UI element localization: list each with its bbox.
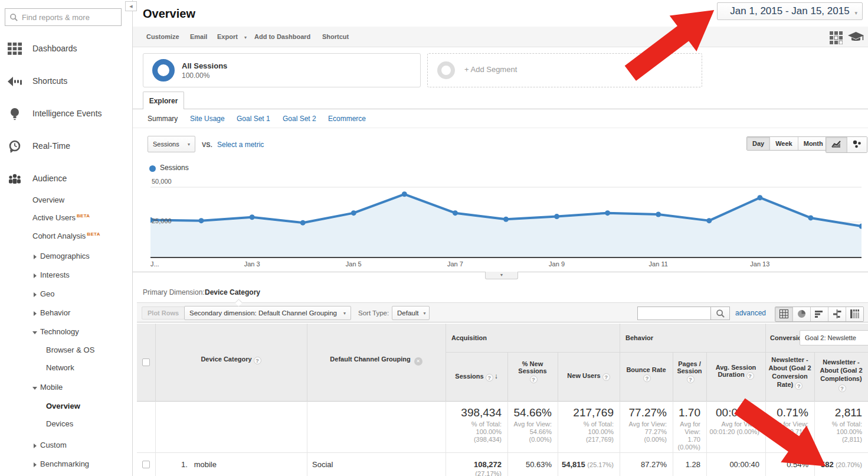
sort-type-label: Sort Type: xyxy=(358,309,389,317)
sessions-chart[interactable]: 50,000 25,000 xyxy=(150,177,862,258)
cell-sessions: 108,272 (27.17%) xyxy=(446,453,507,476)
help-icon[interactable]: ? xyxy=(602,373,610,381)
pivot-view-button[interactable] xyxy=(846,307,863,321)
column-header-goal-completions[interactable]: Newsletter - About (Goal 2 Completions)? xyxy=(817,358,866,392)
sidebar-item-mobile[interactable]: Mobile xyxy=(0,382,133,395)
sidebar-item-behavior[interactable]: Behavior xyxy=(0,307,133,320)
help-icon[interactable]: ? xyxy=(795,382,803,390)
sidebar-item-benchmarking[interactable]: Benchmarking xyxy=(0,458,133,471)
granularity-month[interactable]: Month xyxy=(798,137,828,150)
column-header-sessions[interactable]: Sessions?↓ xyxy=(446,372,507,382)
data-view-button[interactable] xyxy=(775,307,792,321)
sidebar-item-real-time[interactable]: Real-Time xyxy=(0,140,133,154)
segment-donut-icon xyxy=(152,59,175,81)
column-header-new-users[interactable]: New Users? xyxy=(558,372,620,381)
comparison-view-button[interactable] xyxy=(828,307,846,321)
granularity-week[interactable]: Week xyxy=(769,137,798,150)
sidebar-collapse-button[interactable]: ◀ xyxy=(125,1,137,11)
row-checkbox[interactable] xyxy=(142,461,150,468)
table-row[interactable]: 1. mobile Social 108,272 (27.17%) 50.63%… xyxy=(137,452,868,476)
performance-view-button[interactable] xyxy=(810,307,828,321)
help-icon[interactable]: ? xyxy=(687,376,695,383)
export-button[interactable]: Export ▾ xyxy=(217,33,247,40)
sidebar-item-mobile-overview[interactable]: Overview xyxy=(0,400,133,413)
customize-button[interactable]: Customize xyxy=(146,33,179,40)
caret-right-icon xyxy=(34,462,37,467)
chart-collapse-tab[interactable]: ▼ xyxy=(485,272,518,279)
sidebar-item-audience-overview[interactable]: Overview xyxy=(0,194,133,207)
apps-grid-icon[interactable] xyxy=(830,31,843,44)
subtab-summary[interactable]: Summary xyxy=(148,115,178,123)
secondary-dimension-dropdown[interactable]: Secondary dimension: Default Channel Gro… xyxy=(184,306,351,320)
granularity-day[interactable]: Day xyxy=(747,137,769,150)
help-icon[interactable]: ? xyxy=(838,384,846,392)
report-search[interactable] xyxy=(5,8,122,26)
column-header-bounce-rate[interactable]: Bounce Rate? xyxy=(620,366,673,382)
sidebar-item-network[interactable]: Network xyxy=(0,362,133,375)
column-header-pages-session[interactable]: Pages / Session? xyxy=(674,360,705,383)
sort-type-dropdown[interactable]: Default ▾ xyxy=(392,306,430,320)
column-header-channel-grouping[interactable]: Default Channel Grouping✕ xyxy=(307,356,446,366)
column-header-goal-conversion-rate[interactable]: Newsletter - About (Goal 2 Conversion Ra… xyxy=(768,356,812,390)
caret-right-icon xyxy=(34,444,37,448)
tab-explorer[interactable]: Explorer xyxy=(143,92,184,109)
column-header-avg-session-duration[interactable]: Avg. Session Duration? xyxy=(708,364,764,380)
secondary-dimension-value: Secondary dimension: Default Channel Gro… xyxy=(189,309,337,317)
metric-dropdown[interactable]: Sessions ▾ xyxy=(148,136,195,152)
add-segment-button[interactable]: + Add Segment xyxy=(427,53,702,87)
table-grid-icon xyxy=(779,309,788,318)
sub-item-label: Network xyxy=(46,363,74,372)
sidebar-item-mobile-devices[interactable]: Devices xyxy=(0,418,133,431)
email-button[interactable]: Email xyxy=(190,33,207,40)
sidebar-item-custom[interactable]: Custom xyxy=(0,439,133,452)
add-to-dashboard-button[interactable]: Add to Dashboard xyxy=(254,33,310,40)
sidebar-item-geo[interactable]: Geo xyxy=(0,288,133,301)
sub-item-label: Demographics xyxy=(40,252,90,260)
sidebar-item-intelligence-events[interactable]: Intelligence Events xyxy=(0,107,133,122)
subtab-goal-set-2[interactable]: Goal Set 2 xyxy=(283,115,316,123)
help-icon[interactable]: ? xyxy=(254,357,261,364)
primary-dimension-device-category[interactable]: Device Category xyxy=(205,288,260,296)
goal-selector-dropdown[interactable]: Goal 2: Newslette xyxy=(800,330,868,345)
sidebar-item-shortcuts[interactable]: Shortcuts xyxy=(0,75,133,89)
select-all-checkbox[interactable] xyxy=(142,358,150,366)
cell-bounce-rate: 87.27% xyxy=(620,453,673,476)
help-icon[interactable]: ? xyxy=(486,374,493,382)
percentage-view-button[interactable] xyxy=(792,307,810,321)
subtab-ecommerce[interactable]: Ecommerce xyxy=(328,115,366,123)
subtab-site-usage[interactable]: Site Usage xyxy=(190,115,225,123)
motion-chart-view-button[interactable] xyxy=(847,137,867,152)
select-a-metric-link[interactable]: Select a metric xyxy=(217,141,264,149)
sidebar-item-browser-os[interactable]: Browser & OS xyxy=(0,344,133,357)
date-range-selector[interactable]: Jan 1, 2015 - Jan 15, 2015 ▾ xyxy=(717,2,863,20)
sidebar-item-technology[interactable]: Technology xyxy=(0,326,133,339)
segment-all-sessions[interactable]: All Sessions 100.00% xyxy=(143,53,421,87)
sub-item-label: Behavior xyxy=(40,308,70,317)
search-icon xyxy=(10,14,18,21)
table-search-button[interactable] xyxy=(710,307,730,320)
table-search-input[interactable] xyxy=(637,307,711,320)
column-header-pct-new-sessions[interactable]: % New Sessions? xyxy=(510,360,555,383)
search-input[interactable] xyxy=(22,13,116,22)
sidebar-item-dashboards[interactable]: Dashboards xyxy=(0,43,133,57)
advanced-search-link[interactable]: advanced xyxy=(735,309,766,317)
remove-dimension-icon[interactable]: ✕ xyxy=(414,357,422,366)
sidebar-item-active-users[interactable]: Active UsersBETA xyxy=(0,212,133,225)
subtab-goal-set-1[interactable]: Goal Set 1 xyxy=(237,115,270,123)
column-header-device-category[interactable]: Device Category? xyxy=(155,356,307,364)
sidebar-item-cohort-analysis[interactable]: Cohort AnalysisBETA xyxy=(0,230,133,243)
help-icon[interactable]: ? xyxy=(530,376,538,383)
sidebar-item-demographics[interactable]: Demographics xyxy=(0,250,133,263)
granularity-toggle: Day Week Month xyxy=(746,136,829,151)
plot-rows-button[interactable]: Plot Rows xyxy=(142,307,185,319)
help-icon[interactable]: ? xyxy=(643,374,651,382)
shortcut-button[interactable]: Shortcut xyxy=(322,33,349,40)
sidebar-item-interests[interactable]: Interests xyxy=(0,269,133,282)
graduation-cap-icon[interactable] xyxy=(848,32,864,44)
line-chart-view-button[interactable] xyxy=(826,137,847,152)
sidebar-item-audience[interactable]: Audience xyxy=(0,172,133,187)
help-icon[interactable]: ? xyxy=(746,372,754,380)
sidebar-item-label: Real-Time xyxy=(32,141,70,151)
sidebar: Dashboards Shortcuts Intelligence Events… xyxy=(0,0,133,476)
y-axis-tick: 50,000 xyxy=(152,178,172,185)
